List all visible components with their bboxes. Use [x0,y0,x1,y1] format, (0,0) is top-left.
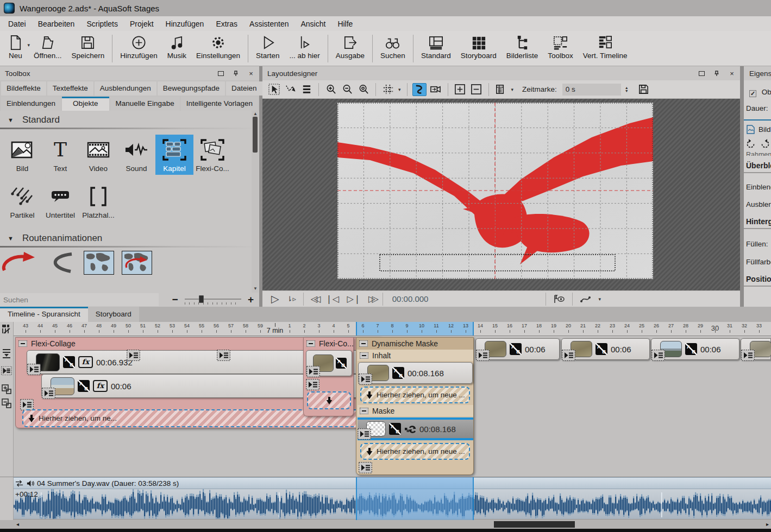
layers-icon[interactable] [299,83,314,96]
tab-storyboard[interactable]: Storyboard [88,307,139,322]
path-options-caret[interactable]: ▾ [598,296,601,302]
music-button[interactable]: Musik [162,33,191,66]
transition-ab-icon[interactable]: AB [392,367,404,379]
scroll-up-icon[interactable]: ▲ [253,111,258,116]
flexi-collage-group-2[interactable]: Flexi-Co... AB [303,337,354,416]
zoom-out-icon[interactable] [340,83,354,96]
flexi-collage-2-clip[interactable]: AB [306,350,352,376]
menu-extras[interactable]: Extras [210,17,243,30]
transition-ab-icon[interactable]: AB [336,358,347,369]
drop-zone[interactable]: Hierher ziehen, um neue ... [360,443,470,460]
remove-track-icon[interactable] [1,398,12,409]
transition-ab-icon[interactable]: AB [596,343,607,355]
track-marker-icon[interactable] [27,364,41,375]
transition-ab-icon[interactable]: AB [510,343,522,355]
maske-header[interactable]: Maske [358,405,473,416]
effects-fx-icon[interactable]: fx [78,356,93,368]
save-view-icon[interactable] [637,83,651,96]
maximize-icon[interactable] [217,71,224,77]
rewind-icon[interactable]: ◁◁ [308,294,321,304]
effects-fx-icon[interactable]: fx [93,380,108,392]
view-storyboard-button[interactable]: Storyboard [456,33,502,66]
grid-icon[interactable] [381,83,395,96]
pin-icon[interactable] [713,71,720,77]
search-button[interactable]: Suchen [375,33,410,66]
transition-ab-icon[interactable]: AB [78,380,90,392]
collapse-button[interactable] [360,352,368,359]
menu-ansicht[interactable]: Ansicht [294,17,331,30]
add-track-icon[interactable] [1,384,12,395]
tab-manuelle-eingabe[interactable]: Manuelle Eingabe [110,97,180,111]
transition-ab-icon[interactable]: AB [63,356,75,368]
view-vert-timeline-button[interactable]: Vert. Timeline [578,33,632,66]
object-sound[interactable]: Sound [117,135,155,175]
timemarker-visibility-icon[interactable] [550,295,568,303]
scroll-down-icon[interactable]: ▼ [253,286,258,291]
menu-bearbeiten[interactable]: Bearbeiten [32,17,81,30]
maximize-icon[interactable] [698,71,705,77]
timeline-clip[interactable]: AB 00:06 [651,338,739,360]
dynamische-maske-header[interactable]: Dynamische Maske [356,338,473,350]
view-options-icon[interactable] [494,83,508,96]
play-from-here-icon[interactable]: ⇂▹ [284,295,299,303]
collapse-button[interactable] [306,340,315,347]
route-red-arrow[interactable] [1,251,36,276]
camera-pan-icon[interactable] [429,83,443,96]
inhalt-header[interactable]: Inhalt [358,350,473,361]
route-map-thumbnail[interactable] [84,251,114,275]
animation-loop-icon[interactable] [404,425,416,434]
object-partikel[interactable]: Partikel [3,181,41,221]
rotate-right-icon[interactable] [760,138,771,150]
menu-assistenten[interactable]: Assistenten [243,17,294,30]
thumbnail-size-slider[interactable] [185,294,241,305]
track-marker-icon[interactable] [562,350,575,361]
track-header-icon[interactable] [1,324,12,334]
tab-einblendungen[interactable]: Einblendungen [1,97,61,111]
tab-dateien[interactable]: Dateien [226,81,262,96]
start-from-here-button[interactable]: ... ab hier [285,33,325,66]
track-marker-icon[interactable] [359,462,372,473]
drop-zone[interactable]: Hierher ziehen, um neue ... [360,387,470,403]
dynamische-maske-group[interactable]: Dynamische Maske Inhalt AB 00:08.168 Hie… [356,337,474,475]
tab-bildeffekte[interactable]: Bildeffekte [1,81,46,96]
expand-tracks-icon[interactable] [1,348,12,359]
transition-ab-icon[interactable]: AB [389,423,401,435]
move-track-icon[interactable] [15,479,23,487]
track-marker-icon[interactable] [217,350,230,361]
timeline-clip[interactable]: AB 00:06 [475,338,560,360]
view-bilderliste-button[interactable]: Bilderliste [502,33,543,66]
timeline-clip[interactable]: AB 00:06 [561,338,650,360]
tab-texteffekte[interactable]: Texteffekte [47,81,93,96]
next-icon[interactable]: ▷❘ [343,294,364,304]
tab-objekte[interactable]: Objekte [62,97,109,111]
toolbox-search-input[interactable] [0,293,159,306]
collapse-button[interactable] [359,340,368,347]
timeline-hscrollbar[interactable]: ◂ ▸ [0,519,771,529]
tab-timeline-spuransicht[interactable]: Timeline - Spuransicht [0,307,88,322]
view-standard-button[interactable]: Standard [416,33,456,66]
motion-path-icon[interactable] [412,83,427,96]
timeline-clip-partial[interactable] [741,338,771,360]
maske-clip-selected[interactable]: AB 00:08.168 [358,417,473,440]
menu-hilfe[interactable]: Hilfe [331,17,359,30]
object-kapitel[interactable]: Kapitel [155,135,193,175]
object-platzhalter[interactable]: Platzhal... [79,181,117,221]
track-marker-icon[interactable] [20,399,34,410]
slider-thumb[interactable] [199,295,204,303]
track-marker-icon[interactable] [1,365,12,376]
object-flexi-collage[interactable]: Flexi-Co... [193,135,231,175]
menu-projekt[interactable]: Projekt [124,17,160,30]
play-icon[interactable]: ▷ [268,293,283,305]
new-button[interactable]: ▾ Neu [2,33,29,66]
rotate-left-icon[interactable] [745,138,756,150]
previous-icon[interactable]: ❘◁ [322,294,343,304]
tab-bewegungspfade[interactable]: Bewegungspfade [158,81,225,96]
save-button[interactable]: Speichern [67,33,110,66]
view-options-caret[interactable]: ▾ [511,87,514,92]
track-marker-icon[interactable] [306,379,319,390]
track-marker-icon[interactable] [476,350,490,361]
collapse-button[interactable] [18,340,27,347]
track-marker-icon[interactable] [306,366,320,377]
curve-tool-icon[interactable] [283,83,297,96]
add-button[interactable]: Hinzufügen [115,33,162,66]
